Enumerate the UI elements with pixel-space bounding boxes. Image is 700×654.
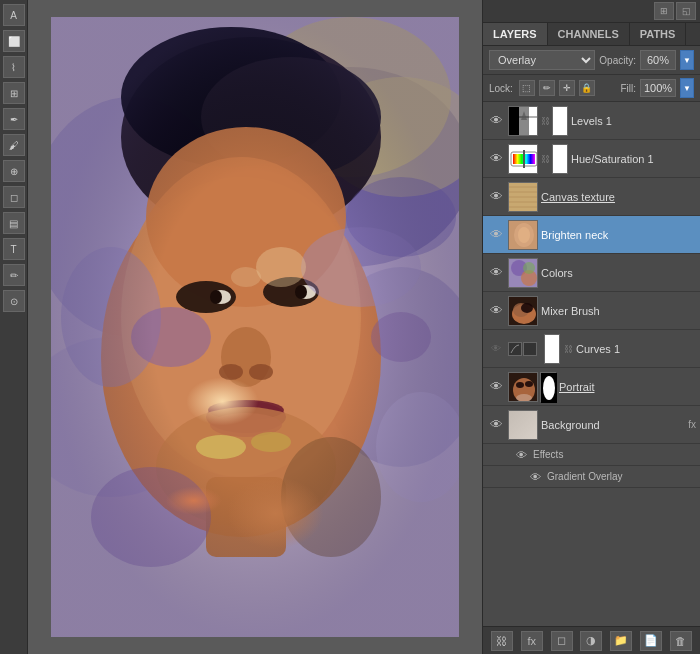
tool-lasso[interactable]: ⌇ (3, 56, 25, 78)
panel-top-icons: ⊞ ◱ (483, 0, 700, 23)
layer-eye-curves1[interactable]: 👁 (487, 340, 505, 358)
tool-zoom[interactable]: ⊙ (3, 290, 25, 312)
layer-eye-colors[interactable]: 👁 (487, 264, 505, 282)
fill-dropdown-arrow[interactable]: ▼ (680, 78, 694, 98)
layer-eye-canvas[interactable]: 👁 (487, 188, 505, 206)
svg-rect-43 (529, 106, 537, 136)
svg-rect-41 (509, 106, 519, 136)
add-adjustment-btn[interactable]: ◑ (580, 631, 602, 651)
svg-point-38 (231, 267, 261, 287)
tab-channels[interactable]: CHANNELS (548, 23, 630, 45)
svg-point-4 (51, 337, 201, 497)
layer-eye-levels1[interactable]: 👁 (487, 112, 505, 130)
layer-item-background[interactable]: 👁 Backgro (483, 406, 700, 444)
layer-item-mixer[interactable]: 👁 Mixer Brush (483, 292, 700, 330)
layer-thumb-mixer (508, 296, 538, 326)
gradient-overlay-eye[interactable]: 👁 (527, 469, 543, 485)
svg-point-12 (146, 127, 346, 307)
svg-point-22 (206, 401, 286, 433)
layer-item-hue1[interactable]: 👁 (483, 140, 700, 178)
panel-menu-icon[interactable]: ⊞ (654, 2, 674, 20)
layer-list: 👁 ⛓ Levels 1 (483, 102, 700, 626)
fill-input[interactable] (640, 79, 676, 97)
svg-point-30 (346, 177, 456, 257)
tool-clone[interactable]: ⊕ (3, 160, 25, 182)
layer-item-portrait[interactable]: 👁 (483, 368, 700, 406)
effects-eye[interactable]: 👁 (513, 447, 529, 463)
tool-text[interactable]: T (3, 238, 25, 260)
layer-item-brighten[interactable]: 👁 Brighten neck (483, 216, 700, 254)
opacity-dropdown-arrow[interactable]: ▼ (680, 50, 694, 70)
layer-chain-curves1: ⛓ (564, 344, 573, 354)
lock-position-btn[interactable]: ✛ (559, 80, 575, 96)
svg-point-27 (301, 227, 421, 307)
layer-chain-levels1: ⛓ (541, 116, 550, 126)
svg-point-23 (208, 400, 284, 420)
layer-item-curves1[interactable]: 👁 ⛓ Curves 1 (483, 330, 700, 368)
layer-eye-background[interactable]: 👁 (487, 416, 505, 434)
tool-move[interactable]: A (3, 4, 25, 26)
tool-marquee[interactable]: ⬜ (3, 30, 25, 52)
canvas-area (28, 0, 482, 654)
blend-mode-select[interactable]: Overlay Normal Multiply Screen (489, 50, 595, 70)
gradient-overlay-item[interactable]: 👁 Gradient Overlay (483, 466, 700, 488)
tool-eyedropper[interactable]: ✒ (3, 108, 25, 130)
fill-label: Fill: (620, 83, 636, 94)
layer-item-levels1[interactable]: 👁 ⛓ Levels 1 (483, 102, 700, 140)
svg-rect-42 (519, 106, 529, 136)
layer-thumb-colors (508, 258, 538, 288)
layer-mask-portrait (540, 372, 556, 402)
layer-fx-background: fx (688, 419, 696, 430)
tool-eraser[interactable]: ◻ (3, 186, 25, 208)
svg-rect-39 (51, 17, 459, 637)
svg-point-19 (221, 327, 271, 387)
layers-panel: LAYERS CHANNELS PATHS Overlay Normal Mul… (483, 23, 700, 654)
svg-point-33 (251, 432, 291, 452)
layer-name-colors: Colors (541, 267, 696, 279)
layer-thumb-brighten (508, 220, 538, 250)
layer-thumb-hue1 (508, 144, 538, 174)
new-group-btn[interactable]: 📁 (610, 631, 632, 651)
layer-eye-brighten[interactable]: 👁 (487, 226, 505, 244)
layer-name-hue1: Hue/Saturation 1 (571, 153, 696, 165)
svg-point-31 (256, 247, 306, 287)
svg-point-20 (219, 364, 243, 380)
svg-point-1 (231, 67, 459, 267)
svg-point-17 (210, 290, 222, 304)
layer-eye-mixer[interactable]: 👁 (487, 302, 505, 320)
layer-mask-levels1 (552, 106, 568, 136)
effects-group-item[interactable]: 👁 Effects (483, 444, 700, 466)
add-style-btn[interactable]: fx (521, 631, 543, 651)
layer-item-colors[interactable]: 👁 Colors (483, 254, 700, 292)
new-layer-btn[interactable]: 📄 (640, 631, 662, 651)
link-layers-btn[interactable]: ⛓ (491, 631, 513, 651)
tool-brush[interactable]: 🖌 (3, 134, 25, 156)
layer-eye-portrait[interactable]: 👁 (487, 378, 505, 396)
layer-name-mixer: Mixer Brush (541, 305, 696, 317)
layer-eye-hue1[interactable]: 👁 (487, 150, 505, 168)
opacity-input[interactable] (640, 50, 676, 70)
svg-point-8 (121, 27, 341, 167)
layer-name-brighten: Brighten neck (541, 229, 696, 241)
tool-pen[interactable]: ✏ (3, 264, 25, 286)
svg-point-36 (281, 437, 381, 557)
svg-point-25 (156, 407, 336, 527)
add-mask-btn[interactable]: ◻ (551, 631, 573, 651)
panel-expand-icon[interactable]: ◱ (676, 2, 696, 20)
lock-all-btn[interactable]: 🔒 (579, 80, 595, 96)
tab-layers[interactable]: LAYERS (483, 23, 548, 45)
layer-name-portrait: Portrait (559, 381, 696, 393)
svg-point-2 (51, 97, 231, 337)
svg-point-21 (249, 364, 273, 380)
tab-paths[interactable]: PATHS (630, 23, 687, 45)
layer-item-canvas[interactable]: 👁 Canvas texture (483, 178, 700, 216)
delete-layer-btn[interactable]: 🗑 (670, 631, 692, 651)
panel-bottom: ⛓ fx ◻ ◑ 📁 📄 🗑 (483, 626, 700, 654)
svg-rect-0 (51, 17, 459, 637)
tool-gradient[interactable]: ▤ (3, 212, 25, 234)
lock-image-btn[interactable]: ✏ (539, 80, 555, 96)
layer-name-curves1: Curves 1 (576, 343, 696, 355)
tool-crop[interactable]: ⊞ (3, 82, 25, 104)
lock-transparent-btn[interactable]: ⬚ (519, 80, 535, 96)
svg-point-3 (321, 267, 459, 467)
